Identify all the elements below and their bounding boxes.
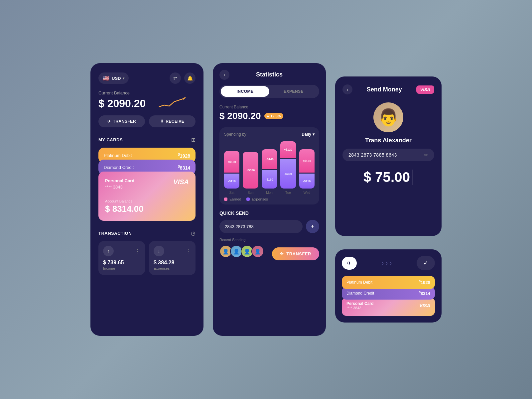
- stats-balance-label: Current Balance: [219, 105, 319, 109]
- avatar-4[interactable]: 👤: [251, 245, 264, 258]
- card-diamond-name: Diamond Credit: [104, 165, 134, 170]
- mini-visa-logo: VISA: [419, 303, 430, 308]
- bar-mon-label: Mon: [266, 191, 272, 195]
- card-personal[interactable]: Personal Card **** 3843 VISA Account Bal…: [98, 172, 196, 221]
- bar-wed-neg: -$110: [299, 174, 315, 189]
- transfer-icon-btn[interactable]: ⇄: [170, 72, 181, 84]
- tx-income-amount: $ 739.65: [103, 260, 140, 266]
- bar-wed-label: Wed: [304, 191, 310, 195]
- bar-tue-neg: -$350: [280, 159, 296, 189]
- chart-header: Spending by Daily ▾: [224, 132, 315, 137]
- mini-diamond-name: Diamond Credit: [346, 291, 374, 296]
- recipient-avatar: 👨: [373, 102, 403, 132]
- sparkline-chart: [150, 97, 196, 110]
- bar-chart: +$150 -$110 Sat +$350 Sun +$140 -$160 Mo…: [224, 141, 315, 195]
- tx-expense-header: ↓ ⋮: [154, 246, 191, 256]
- tx-income-header: ↑ ⋮: [103, 246, 140, 256]
- progress-arrows: › › ›: [360, 260, 413, 267]
- legend-expenses: Expenses: [246, 197, 268, 201]
- mini-card-platinum[interactable]: Platinum Debit $1928: [342, 276, 435, 289]
- stats-title: Statistics: [256, 71, 283, 78]
- send-toggle-button[interactable]: ✈: [342, 257, 357, 270]
- spending-chart-section: Spending by Daily ▾ +$150 -$110 Sat +$35…: [219, 127, 319, 204]
- account-number-row: 2843 2873 7885 8643 ✏: [342, 149, 434, 161]
- notification-icon-btn[interactable]: 🔔: [184, 72, 196, 84]
- wallet-header: 🇺🇸 USD ▾ ⇄ 🔔: [98, 72, 196, 84]
- bar-sat-pos: +$150: [224, 151, 239, 173]
- card-select-actions: ✈ › › › ✓: [342, 256, 435, 270]
- tab-income[interactable]: INCOME: [221, 86, 269, 97]
- cards-stack: Platinum Debit $1928 Diamond Credit $831…: [98, 148, 196, 221]
- mini-personal-number: **** 3843: [346, 306, 373, 310]
- receive-button[interactable]: ⬇ RECEIVE: [149, 115, 196, 127]
- bar-col-tue: +$120 -$350 Tue: [280, 141, 296, 195]
- confirm-button[interactable]: ✓: [417, 256, 435, 270]
- send-button[interactable]: ✈: [306, 220, 319, 233]
- stats-back-button[interactable]: ‹: [219, 70, 229, 80]
- bar-sat-neg: -$110: [224, 174, 239, 189]
- send-money-header: ‹ Send Money VISA: [342, 84, 434, 94]
- flag-icon: 🇺🇸: [102, 74, 110, 82]
- mini-diamond-balance: $8314: [419, 291, 430, 296]
- mini-cards-stack: Platinum Debit $1928 Diamond Credit $831…: [342, 276, 435, 316]
- chevron-down-icon: ▾: [313, 132, 315, 137]
- edit-icon[interactable]: ✏: [424, 152, 428, 158]
- tab-expense[interactable]: EXPENSE: [269, 86, 318, 97]
- bar-sun-label: Sun: [248, 191, 254, 195]
- income-icon: ↑: [103, 246, 114, 256]
- tx-title: TRANSACTION: [98, 231, 132, 236]
- card-platinum-balance: $1928: [178, 152, 190, 159]
- tx-icon[interactable]: ◷: [191, 230, 196, 236]
- transfer-button-quick[interactable]: ✈ TRANSFER: [272, 247, 319, 260]
- currency-selector[interactable]: 🇺🇸 USD ▾: [98, 72, 129, 84]
- panel-send-money: ‹ Send Money VISA 👨 Trans Alexander 2843…: [335, 76, 442, 236]
- chart-legend: Earned Expenses: [224, 197, 315, 201]
- account-balance-amount: $ 8314.00: [105, 204, 144, 214]
- recipient-name: Trans Alexander: [365, 137, 411, 144]
- arrow-1: ›: [382, 260, 384, 267]
- recent-label: Recent Sending: [219, 238, 319, 242]
- send-plane-icon: ✈: [347, 260, 351, 266]
- send-money-title: Send Money: [367, 86, 402, 93]
- transfer-button[interactable]: ✈ TRANSFER: [98, 115, 145, 127]
- bar-col-wed: +$160 -$110 Wed: [299, 141, 315, 195]
- mini-card-personal[interactable]: Personal Card **** 3843 VISA: [342, 298, 435, 316]
- tx-expense-menu[interactable]: ⋮: [186, 248, 191, 254]
- stats-balance-amount: $ 2090.20: [219, 111, 261, 121]
- tx-cards: ↑ ⋮ $ 739.65 Income ↓ ⋮ $ 384.28 Expense…: [98, 241, 196, 275]
- balance-label: Current Balance: [98, 90, 196, 95]
- tab-switcher: INCOME EXPENSE: [219, 85, 319, 98]
- expenses-dot: [246, 198, 250, 201]
- panel-card-select: ✈ › › › ✓ Platinum Debit $1928: [335, 249, 442, 323]
- action-buttons: ✈ TRANSFER ⬇ RECEIVE: [98, 115, 196, 127]
- bar-col-sat: +$150 -$110 Sat: [224, 141, 239, 195]
- header-icons: ⇄ 🔔: [170, 72, 196, 84]
- receive-icon: ⬇: [160, 119, 164, 124]
- visa-badge: VISA: [416, 85, 434, 94]
- send-amount: $ 75.00: [363, 169, 410, 185]
- bar-mon-pos: +$140: [262, 149, 277, 169]
- tx-income-menu[interactable]: ⋮: [135, 248, 140, 254]
- mini-personal-name: Personal Card: [346, 301, 373, 306]
- panel-wallet: 🇺🇸 USD ▾ ⇄ 🔔 Current Balance $ 2090.20 ✈…: [90, 63, 203, 336]
- stats-header: ‹ Statistics: [219, 71, 319, 78]
- card-platinum-name: Platinum Debit: [104, 153, 132, 158]
- add-card-icon[interactable]: ⊞: [191, 137, 196, 143]
- send-money-back-button[interactable]: ‹: [342, 84, 352, 94]
- chart-title: Spending by: [224, 132, 246, 137]
- send-amount-display: $ 75.00: [363, 169, 413, 185]
- mini-platinum-name: Platinum Debit: [346, 280, 372, 285]
- bar-tue-label: Tue: [285, 191, 291, 195]
- transfer-label: TRANSFER: [113, 119, 136, 124]
- transfer-icon: ✈: [107, 119, 111, 124]
- account-balance-label: Account Balance: [105, 199, 144, 203]
- chart-period-selector[interactable]: Daily ▾: [302, 132, 315, 137]
- transaction-section: TRANSACTION ◷ ↑ ⋮ $ 739.65 Income ↓ ⋮ $ …: [98, 230, 196, 275]
- account-input[interactable]: [219, 220, 303, 233]
- tx-expense-type: Expenses: [154, 266, 191, 270]
- tx-income-card: ↑ ⋮ $ 739.65 Income: [98, 241, 145, 275]
- stats-pct-badge: ● 12.5%: [264, 113, 284, 119]
- stats-balance-row: $ 2090.20 ● 12.5%: [219, 111, 319, 121]
- legend-earned: Earned: [224, 197, 241, 201]
- tx-expense-amount: $ 384.28: [154, 260, 191, 266]
